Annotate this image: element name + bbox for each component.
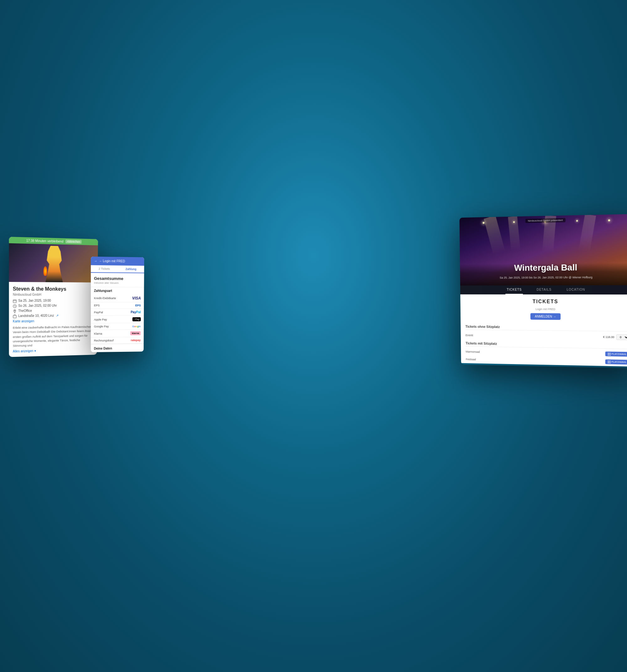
login-fred-text: Login mit FRED bbox=[465, 307, 627, 311]
meta-venue: TheOffice bbox=[13, 309, 94, 313]
total-section-title: Gesamtsumme bbox=[91, 273, 144, 282]
paypal-logo: PayPal bbox=[131, 310, 141, 314]
meta-date-from: Sa 25. Jan 2025, 19:00 bbox=[13, 299, 94, 303]
event-description: Erlebt eine zauberhafte Ballnacht im Pal… bbox=[13, 325, 94, 348]
abort-button[interactable]: Abbrechen bbox=[65, 240, 82, 244]
tickets-without-seat-title: Tickets ohne Sitzplatz bbox=[465, 323, 627, 332]
meta-date-to: So 26. Jan 2025, 02:00 Uhr bbox=[13, 304, 94, 308]
payment-row-ratepay[interactable]: Rechnungskauf ratepay bbox=[91, 337, 144, 344]
login-fred-icon: → bbox=[94, 259, 97, 262]
tickets-section-header: TICKETS bbox=[465, 298, 627, 305]
ticket-festsaal-label: Festsaal bbox=[466, 358, 476, 361]
organizer-badge: Nimbuscloud GmbH präsentiert bbox=[525, 218, 565, 223]
svg-rect-3 bbox=[13, 315, 16, 318]
svg-rect-11 bbox=[609, 362, 610, 363]
middle-card-header: → → Login mit FRED bbox=[91, 257, 144, 266]
google-pay-logo: Google bbox=[132, 325, 141, 328]
svg-rect-9 bbox=[609, 361, 610, 362]
payment-row-apple-pay[interactable]: Apple Pay  Pay bbox=[91, 316, 144, 323]
tab-tickets[interactable]: 2 Tickets bbox=[91, 265, 118, 273]
personal-data-title: Deine Daten bbox=[91, 343, 144, 352]
eps-logo: EPS bbox=[135, 304, 141, 307]
payment-row-klarna[interactable]: Klarna klarna bbox=[91, 330, 144, 337]
nav-tickets[interactable]: TICKETS bbox=[505, 285, 523, 294]
svg-rect-0 bbox=[13, 300, 16, 303]
platzwahl-marmorsaal-label: PLATZWAHL bbox=[611, 353, 627, 356]
paypal-label: PayPal bbox=[94, 311, 103, 314]
event-hero-image bbox=[9, 243, 98, 283]
svg-rect-10 bbox=[608, 362, 609, 363]
svg-rect-6 bbox=[608, 354, 609, 355]
platzwahl-festsaal-label: PLATZWAHL bbox=[611, 360, 627, 363]
right-card: Nimbuscloud GmbH präsentiert Wintergala … bbox=[459, 214, 627, 368]
ratepay-logo: ratepay bbox=[131, 339, 141, 342]
anmelden-button[interactable]: ANMELDEN → bbox=[530, 313, 560, 320]
show-more-button[interactable]: Alles anzeigen ▾ bbox=[13, 348, 93, 353]
event-title: Steven & the Monkeys bbox=[13, 286, 94, 292]
apple-pay-logo:  Pay bbox=[132, 317, 141, 321]
ratepay-label: Rechnungskauf bbox=[94, 339, 114, 342]
nav-location[interactable]: LOCATION bbox=[565, 285, 586, 294]
payment-methods-title: Zahlungsart bbox=[91, 287, 144, 295]
nav-details[interactable]: DETAILS bbox=[535, 285, 553, 294]
middle-card-tabs: 2 Tickets Zahlung bbox=[91, 265, 144, 273]
right-card-hero: Nimbuscloud GmbH präsentiert Wintergala … bbox=[459, 214, 627, 285]
event-organizer: Nimbuscloud GmbH bbox=[13, 293, 94, 296]
credit-card-label: Kredit-/Debitkarte bbox=[94, 297, 116, 300]
total-subtitle: inklusive aller Steuern bbox=[91, 281, 144, 287]
visa-logo: VISA bbox=[132, 296, 141, 301]
left-card-content: Steven & the Monkeys Nimbuscloud GmbH Sa… bbox=[9, 282, 98, 357]
apple-pay-label: Apple Pay bbox=[94, 318, 107, 321]
google-pay-label: Google Pay bbox=[94, 325, 109, 328]
right-card-body: TICKETS Login mit FRED ANMELDEN → Ticket… bbox=[460, 294, 627, 366]
payment-row-paypal[interactable]: PayPal PayPal bbox=[91, 309, 144, 316]
ticket-eintritt-label: Eintritt bbox=[465, 334, 473, 337]
left-card: 17:38 Minuten verbleibend Abbrechen Stev… bbox=[9, 237, 98, 357]
ticket-marmorsaal-label: Marmorsaal bbox=[465, 350, 480, 353]
svg-point-2 bbox=[15, 310, 15, 311]
tab-zahlung[interactable]: Zahlung bbox=[118, 266, 144, 273]
map-link[interactable]: Karte anzeigen bbox=[13, 319, 94, 323]
middle-card: → → Login mit FRED 2 Tickets Zahlung Ges… bbox=[91, 257, 144, 352]
right-event-subtitle: Sa 25. Jan 2025, 19:00 bis So 26. Jan 20… bbox=[460, 275, 627, 280]
svg-rect-5 bbox=[609, 353, 610, 354]
platzwahl-marmorsaal-button[interactable]: PLATZWAHL bbox=[605, 352, 627, 357]
payment-row-credit[interactable]: Kredit-/Debitkarte VISA bbox=[91, 294, 144, 302]
event-meta: Sa 25. Jan 2025, 19:00 So 26. Jan 2025, … bbox=[13, 299, 94, 318]
right-event-title: Wintergala Ball bbox=[460, 262, 627, 273]
payment-row-eps[interactable]: EPS EPS bbox=[91, 302, 144, 309]
timer-text: 17:38 Minuten verbleibend bbox=[26, 239, 63, 243]
login-fred-label[interactable]: → Login mit FRED bbox=[99, 259, 125, 263]
payment-row-google-pay[interactable]: Google Pay Google bbox=[91, 323, 144, 330]
meta-address: Landstraße 10, 4020 Linz ↗ bbox=[13, 314, 94, 318]
platzwahl-festsaal-button[interactable]: PLATZWAHL bbox=[605, 359, 627, 365]
svg-rect-4 bbox=[608, 353, 609, 354]
klarna-label: Klarna bbox=[94, 332, 102, 335]
right-card-tickets-panel: TICKETS Login mit FRED ANMELDEN → Ticket… bbox=[460, 294, 627, 366]
right-card-nav: TICKETS DETAILS LOCATION bbox=[460, 285, 627, 295]
ticket-eintritt-quantity[interactable]: 0 1 2 bbox=[616, 334, 627, 340]
svg-rect-7 bbox=[609, 354, 610, 355]
ticket-eintritt-price: € 116.00 bbox=[603, 336, 614, 339]
svg-rect-8 bbox=[608, 361, 609, 362]
klarna-logo: klarna bbox=[130, 331, 141, 335]
eps-label: EPS bbox=[94, 304, 100, 307]
ticket-eintritt-price-selector: € 116.00 0 1 2 bbox=[603, 334, 627, 340]
